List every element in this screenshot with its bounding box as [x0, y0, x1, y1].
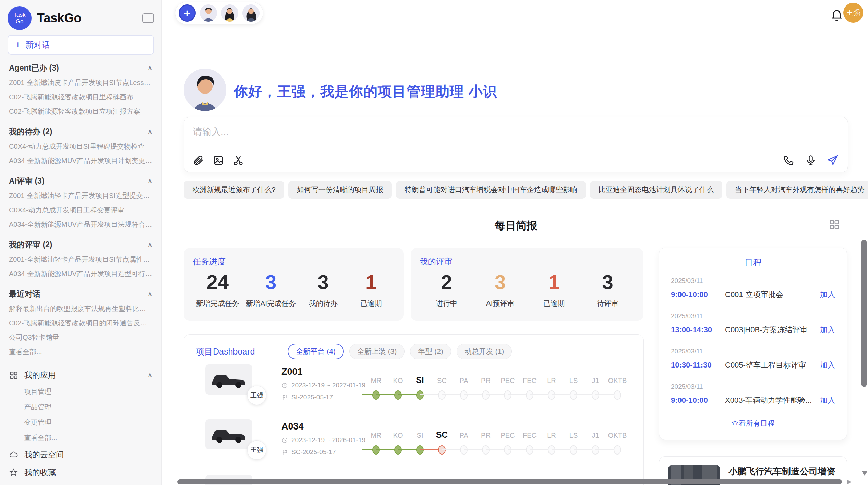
send-icon[interactable] — [827, 154, 839, 166]
vertical-scrollbar[interactable] — [861, 240, 867, 387]
join-link[interactable]: 加入 — [820, 360, 835, 370]
avatar[interactable] — [221, 4, 238, 22]
assistant-avatar — [184, 69, 226, 111]
chevron-up-icon[interactable]: ∧ — [147, 127, 153, 136]
stat-label: 新增AI完成任务 — [246, 299, 296, 308]
chevron-up-icon[interactable]: ∧ — [147, 177, 153, 185]
sidebar-item-cloud[interactable]: 我的云空间 — [0, 446, 161, 463]
input-voice-tools — [783, 154, 839, 166]
microphone-icon[interactable] — [805, 154, 817, 166]
chevron-up-icon[interactable]: ∧ — [147, 290, 153, 298]
sidebar-task-sections: Agent已办 (3)∧Z001-全新燃油皮卡产品开发项目SI节点Lesson … — [0, 60, 161, 281]
section-header[interactable]: 我的评审 (2)∧ — [9, 237, 153, 252]
section-header[interactable]: 最近对话∧ — [9, 286, 153, 301]
my-review-card: 我的评审2进行中3AI预评审1已逾期3待评审 — [411, 248, 643, 321]
sidebar-item[interactable]: C02-飞腾新能源轻客改款项目里程碑画布 — [9, 90, 153, 104]
app-item[interactable]: 产品管理 — [0, 399, 161, 415]
dashboard-tab[interactable]: 年型 (2) — [410, 344, 451, 359]
project-date-range: 2023-12-19 ~ 2026-01-19 — [281, 436, 365, 444]
chevron-up-icon[interactable]: ∧ — [147, 371, 153, 379]
app-item[interactable]: 项目管理 — [0, 384, 161, 399]
view-all-schedule-link[interactable]: 查看所有日程 — [671, 412, 835, 434]
schedule-item: 2025/03/119:00-10:00X003-车辆动力学性能验...加入 — [671, 377, 835, 412]
scroll-right-arrow-icon[interactable] — [847, 479, 851, 485]
schedule-panel: 日程 2025/03/119:00-10:00C001-立项审批会加入2025/… — [659, 248, 847, 440]
sidebar-item[interactable]: C0X4-动力总成开发项目工程变更评审 — [9, 203, 153, 217]
stat-value: 1 — [350, 270, 391, 295]
add-agent-button[interactable]: + — [179, 4, 196, 22]
sidebar-collapse-icon[interactable] — [142, 13, 154, 23]
greeting-text: 你好，王强，我是你的项目管理助理 小识 — [234, 82, 497, 101]
recent-conversation-item[interactable]: 公司Q3轻卡销量 — [9, 330, 153, 345]
flag-text: SC-2025-05-17 — [291, 448, 336, 456]
suggestion-chip[interactable]: 欧洲新规最近颁布了什么? — [184, 181, 284, 199]
join-link[interactable]: 加入 — [820, 289, 835, 300]
dashboard-tab[interactable]: 全新上装 (3) — [349, 344, 405, 359]
chevron-up-icon[interactable]: ∧ — [147, 64, 153, 72]
recent-conversation-item[interactable]: C02-飞腾新能源轻客改款项目的闭环通告反馈情况 — [9, 316, 153, 330]
view-all-link[interactable]: 查看全部... — [0, 430, 161, 446]
section-header[interactable]: 我的待办 (2)∧ — [9, 124, 153, 139]
suggestion-chip[interactable]: 比亚迪全固态电池计划具体说了什么 — [590, 181, 722, 199]
attachment-icon[interactable] — [192, 154, 205, 166]
sidebar-item-star[interactable]: 我的收藏 — [0, 463, 161, 481]
phone-icon[interactable] — [783, 154, 795, 166]
sidebar-header: Task Go TaskGo — [0, 5, 161, 32]
news-title: 小鹏飞行汽车制造公司增资 — [728, 465, 847, 477]
join-link[interactable]: 加入 — [820, 395, 835, 406]
sidebar-item[interactable]: Z001-全新燃油轻卡产品开发项目SI造型提交物评审 — [9, 188, 153, 203]
chevron-up-icon[interactable]: ∧ — [147, 240, 153, 249]
clock-icon — [281, 437, 288, 444]
sidebar-item-my-apps[interactable]: 我的应用∧ — [0, 366, 161, 384]
suggestion-chip[interactable]: 当下年轻人对汽车外观有怎样的喜好趋势 — [726, 181, 868, 199]
milestone-dot[interactable] — [614, 445, 621, 455]
sidebar-recent-section: 最近对话∧解释最新出台的欧盟报废车法规再生塑料比例被调至15%...C02-飞腾… — [0, 286, 161, 359]
horizontal-scrollbar[interactable] — [177, 479, 842, 484]
sidebar-item[interactable]: A034-全新新能源MUV产品开发项目造型可行性评审 — [9, 266, 153, 281]
avatar[interactable] — [200, 4, 217, 22]
sidebar-item[interactable]: C0X4-动力总成开发项目SI里程碑提交物检查 — [9, 139, 153, 153]
section-header[interactable]: AI评审 (3)∧ — [9, 173, 153, 188]
image-icon[interactable] — [212, 154, 225, 166]
scroll-down-arrow-icon[interactable] — [862, 471, 867, 476]
join-link[interactable]: 加入 — [820, 325, 835, 335]
dashboard-tab[interactable]: 动总开发 (1) — [457, 344, 512, 359]
avatar[interactable] — [242, 4, 260, 22]
new-chat-button[interactable]: + 新对话 — [8, 35, 154, 55]
schedule-item: 2025/03/1113:00-14:30C003|H0B-方案冻结评审加入 — [671, 307, 835, 342]
dashboard-tab[interactable]: 全新平台 (4) — [288, 344, 344, 359]
milestone-dot[interactable] — [614, 390, 621, 400]
app-item[interactable]: 变更管理 — [0, 415, 161, 430]
sidebar-item[interactable]: A034-全新新能源MUV产品开发项目法规符合性评审 — [9, 217, 153, 232]
app-title: TaskGo — [37, 11, 81, 25]
star-icon — [9, 468, 18, 477]
stat-cell: 2进行中 — [426, 270, 467, 308]
schedule-row: 9:00-10:00C001-立项审批会加入 — [671, 289, 835, 300]
schedule-row: 10:30-11:30C005-整车工程目标评审加入 — [671, 360, 835, 370]
scissors-icon[interactable] — [232, 154, 244, 166]
project-name: A034 — [281, 421, 365, 432]
suggestion-chip[interactable]: 特朗普可能对进口汽车增税会对中国车企造成哪些影响 — [396, 181, 586, 199]
recent-conversation-item[interactable]: 解释最新出台的欧盟报废车法规再生塑料比例被调至15%... — [9, 301, 153, 316]
dashboard-tabs: 全新平台 (4)全新上装 (3)年型 (2)动总开发 (1) — [288, 344, 512, 359]
stat-row: 2进行中3AI预评审1已逾期3待评审 — [420, 270, 635, 308]
sidebar-apps-section: 我的应用∧项目管理产品管理变更管理查看全部... — [0, 366, 161, 446]
stat-label: 待评审 — [587, 299, 628, 308]
sidebar-item[interactable]: Z001-全新燃油皮卡产品开发项目SI节点Lesson Learn报告 — [9, 75, 153, 90]
date-range-text: 2023-12-19 ~ 2027-01-19 — [291, 382, 365, 389]
section-header[interactable]: Agent已办 (3)∧ — [9, 60, 153, 75]
dashboard-title: 项目Dashboard — [196, 346, 255, 357]
suggestion-chip[interactable]: 如何写一份清晰的项目周报 — [288, 181, 392, 199]
stat-label: 进行中 — [426, 299, 467, 308]
schedule-row: 13:00-14:30C003|H0B-方案冻结评审加入 — [671, 325, 835, 335]
sidebar-item[interactable]: Z001-全新燃油轻卡产品开发项目SI节点属性5D文件评审 — [9, 252, 153, 266]
sidebar-item[interactable]: C02-飞腾新能源轻客改款项目立项汇报方案 — [9, 104, 153, 119]
grid-layout-icon[interactable] — [828, 219, 840, 230]
view-all-link[interactable]: 查看全部... — [9, 345, 153, 359]
chat-input[interactable] — [193, 124, 707, 140]
sidebar-item[interactable]: A034-全新新能源MUV产品开发项目计划变更表编写 — [9, 153, 153, 168]
sidebar-section: Agent已办 (3)∧Z001-全新燃油皮卡产品开发项目SI节点Lesson … — [0, 60, 161, 119]
user-avatar[interactable]: 王强 — [843, 3, 863, 23]
notification-bell-icon[interactable] — [830, 8, 843, 21]
grid-icon — [9, 371, 18, 380]
